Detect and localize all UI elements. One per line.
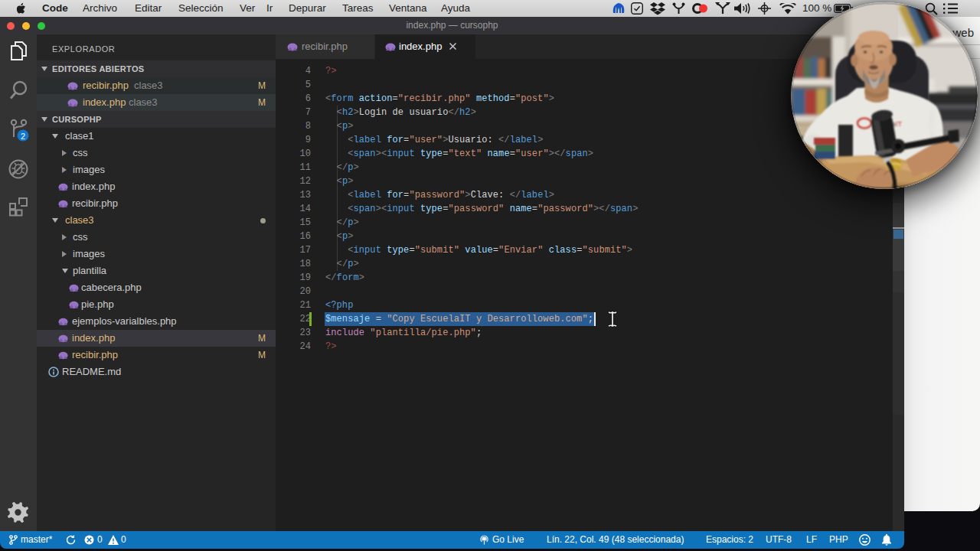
svg-text:2: 2	[21, 132, 25, 141]
